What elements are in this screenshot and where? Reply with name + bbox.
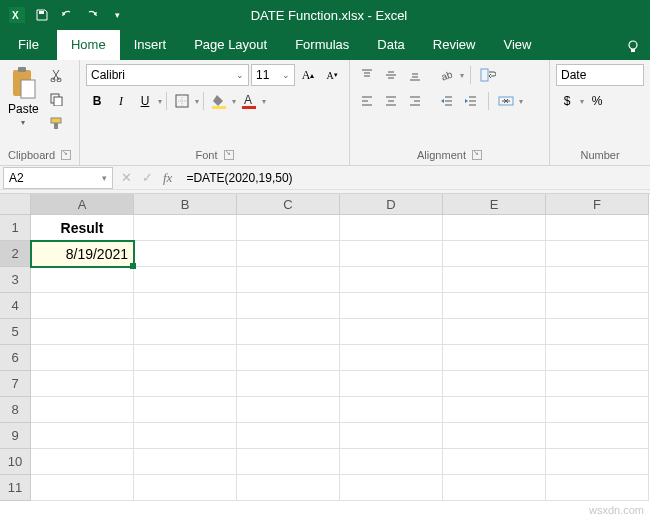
cell[interactable]	[31, 423, 134, 449]
decrease-font-icon[interactable]: A▾	[321, 64, 343, 86]
cell[interactable]	[31, 293, 134, 319]
cell[interactable]	[237, 215, 340, 241]
cell[interactable]	[340, 423, 443, 449]
align-bottom-icon[interactable]	[404, 64, 426, 86]
cell[interactable]	[237, 423, 340, 449]
cell[interactable]	[443, 293, 546, 319]
cell[interactable]	[237, 293, 340, 319]
row-header[interactable]: 2	[0, 241, 31, 267]
tab-file[interactable]: File	[0, 30, 57, 60]
tab-formulas[interactable]: Formulas	[281, 30, 363, 60]
tab-page-layout[interactable]: Page Layout	[180, 30, 281, 60]
cell[interactable]	[340, 241, 443, 267]
row-header[interactable]: 8	[0, 397, 31, 423]
alignment-launcher[interactable]	[472, 150, 482, 160]
row-header[interactable]: 7	[0, 371, 31, 397]
tab-review[interactable]: Review	[419, 30, 490, 60]
fill-color-icon[interactable]	[208, 90, 230, 112]
cell[interactable]	[546, 371, 649, 397]
select-all-corner[interactable]	[0, 194, 31, 215]
cell-a2[interactable]: 8/19/2021	[31, 241, 134, 267]
row-header[interactable]: 10	[0, 449, 31, 475]
cell[interactable]	[546, 449, 649, 475]
format-painter-icon[interactable]	[45, 112, 67, 134]
cell[interactable]	[134, 319, 237, 345]
border-icon[interactable]	[171, 90, 193, 112]
cell[interactable]	[134, 293, 237, 319]
clipboard-launcher[interactable]	[61, 150, 71, 160]
cell[interactable]	[443, 475, 546, 501]
cell[interactable]	[443, 449, 546, 475]
font-launcher[interactable]	[224, 150, 234, 160]
cell[interactable]	[443, 397, 546, 423]
font-name-select[interactable]: Calibri⌄	[86, 64, 249, 86]
percent-icon[interactable]: %	[586, 90, 608, 112]
cell[interactable]	[31, 345, 134, 371]
align-left-icon[interactable]	[356, 90, 378, 112]
cell[interactable]	[237, 371, 340, 397]
cell[interactable]	[237, 345, 340, 371]
tab-data[interactable]: Data	[363, 30, 418, 60]
align-middle-icon[interactable]	[380, 64, 402, 86]
cell[interactable]	[134, 371, 237, 397]
cell[interactable]	[443, 267, 546, 293]
row-header[interactable]: 9	[0, 423, 31, 449]
underline-button[interactable]: U	[134, 90, 156, 112]
cell[interactable]	[134, 423, 237, 449]
cell[interactable]	[340, 215, 443, 241]
undo-icon[interactable]	[56, 4, 78, 26]
cell[interactable]	[546, 215, 649, 241]
cell[interactable]	[134, 397, 237, 423]
cell[interactable]	[443, 319, 546, 345]
cell[interactable]	[443, 215, 546, 241]
number-format-select[interactable]: Date	[556, 64, 644, 86]
cell[interactable]	[134, 475, 237, 501]
cell[interactable]	[134, 215, 237, 241]
cell[interactable]	[237, 475, 340, 501]
col-header-c[interactable]: C	[237, 194, 340, 215]
cell[interactable]	[546, 345, 649, 371]
italic-button[interactable]: I	[110, 90, 132, 112]
tab-view[interactable]: View	[489, 30, 545, 60]
cell-a1[interactable]: Result	[31, 215, 134, 241]
align-right-icon[interactable]	[404, 90, 426, 112]
cell[interactable]	[546, 267, 649, 293]
cell[interactable]	[134, 449, 237, 475]
cell[interactable]	[443, 423, 546, 449]
cell[interactable]	[340, 267, 443, 293]
qat-menu-icon[interactable]: ▾	[106, 4, 128, 26]
cell[interactable]	[546, 293, 649, 319]
font-size-select[interactable]: 11⌄	[251, 64, 295, 86]
tell-me-icon[interactable]	[624, 38, 646, 60]
cell[interactable]	[237, 449, 340, 475]
formula-input[interactable]: =DATE(2020,19,50)	[180, 171, 650, 185]
name-box[interactable]: A2 ▾	[3, 167, 113, 189]
orientation-icon[interactable]: ab	[436, 64, 458, 86]
col-header-b[interactable]: B	[134, 194, 237, 215]
cell[interactable]	[340, 293, 443, 319]
tab-insert[interactable]: Insert	[120, 30, 181, 60]
col-header-f[interactable]: F	[546, 194, 649, 215]
cell[interactable]	[340, 345, 443, 371]
col-header-a[interactable]: A	[31, 194, 134, 215]
redo-icon[interactable]	[81, 4, 103, 26]
fx-icon[interactable]: fx	[163, 170, 172, 186]
row-header[interactable]: 4	[0, 293, 31, 319]
wrap-text-icon[interactable]	[477, 64, 499, 86]
cell[interactable]	[237, 397, 340, 423]
cell[interactable]	[31, 475, 134, 501]
cell[interactable]	[31, 449, 134, 475]
cell[interactable]	[546, 397, 649, 423]
col-header-d[interactable]: D	[340, 194, 443, 215]
enter-formula-icon[interactable]: ✓	[142, 170, 153, 185]
cell[interactable]	[546, 423, 649, 449]
col-header-e[interactable]: E	[443, 194, 546, 215]
increase-font-icon[interactable]: A▴	[297, 64, 319, 86]
save-icon[interactable]	[31, 4, 53, 26]
cell[interactable]	[443, 345, 546, 371]
cell[interactable]	[31, 319, 134, 345]
cell[interactable]	[340, 319, 443, 345]
cell[interactable]	[237, 241, 340, 267]
row-header[interactable]: 5	[0, 319, 31, 345]
cell[interactable]	[237, 319, 340, 345]
